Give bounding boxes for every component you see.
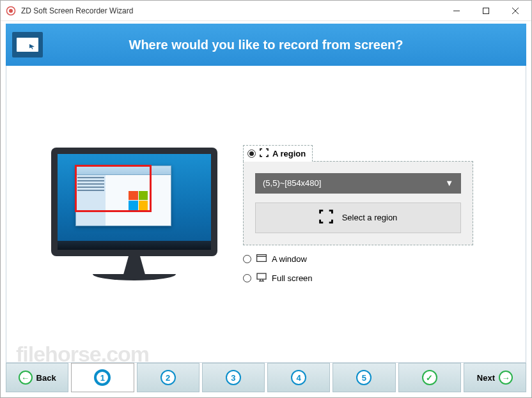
monitor-stand [115, 256, 153, 274]
step-1-button[interactable]: 1 [71, 363, 134, 392]
region-panel: (5,5)~[854x480] ▼ Select a region [243, 161, 473, 245]
close-button[interactable] [501, 1, 530, 20]
step-4-icon: 4 [291, 370, 306, 385]
select-region-button[interactable]: Select a region [255, 203, 461, 233]
monitor-base [93, 274, 176, 280]
option-region-tab[interactable]: A region [243, 145, 313, 162]
next-label: Next [477, 373, 495, 383]
check-icon: ✓ [422, 370, 437, 385]
next-arrow-icon: → [499, 371, 513, 385]
header-question: Where would you like to record from scre… [43, 38, 526, 52]
radio-fullscreen[interactable] [243, 274, 251, 282]
monitor-icon [12, 32, 43, 57]
monitor-illustration [45, 148, 224, 280]
window-title: ZD Soft Screen Recorder Wizard [21, 6, 133, 15]
step-3-icon: 3 [226, 370, 241, 385]
region-size-dropdown[interactable]: (5,5)~[854x480] ▼ [255, 173, 461, 194]
step-5-icon: 5 [356, 370, 372, 385]
minimize-button[interactable] [442, 1, 471, 20]
maximize-button[interactable] [471, 1, 501, 20]
footer-nav: ← Back 1 2 3 4 5 ✓ Next → [6, 363, 526, 392]
window-controls [442, 1, 530, 20]
next-button[interactable]: Next → [464, 363, 526, 392]
back-arrow-icon: ← [19, 371, 33, 385]
back-button[interactable]: ← Back [6, 363, 68, 392]
sample-window [75, 165, 171, 226]
radio-window[interactable] [243, 255, 251, 263]
options-panel: A region (5,5)~[854x480] ▼ Select a regi… [243, 145, 500, 284]
app-icon [6, 6, 16, 16]
svg-rect-3 [483, 8, 489, 13]
region-size-value: (5,5)~[854x480] [263, 178, 321, 188]
content-area: A region (5,5)~[854x480] ▼ Select a regi… [6, 66, 526, 363]
select-region-label: Select a region [342, 213, 398, 222]
option-fullscreen-label: Full screen [272, 273, 313, 283]
monitor-screen [51, 148, 217, 256]
option-window-label: A window [272, 254, 307, 264]
option-fullscreen-row[interactable]: Full screen [243, 273, 500, 284]
step-finish-button[interactable]: ✓ [398, 363, 461, 392]
region-crop-icon [260, 148, 269, 159]
region-crop-icon [319, 210, 333, 226]
back-label: Back [36, 373, 56, 383]
header-banner: Where would you like to record from scre… [6, 24, 526, 66]
windows-logo-icon [129, 191, 148, 210]
fullscreen-icon [256, 273, 267, 284]
window: ZD Soft Screen Recorder Wizard Where wou… [0, 0, 532, 398]
step-2-icon: 2 [160, 370, 176, 385]
option-region-label: A region [272, 149, 306, 158]
step-2-button[interactable]: 2 [137, 363, 199, 392]
svg-point-1 [9, 9, 13, 13]
window-icon [256, 254, 267, 264]
svg-rect-8 [257, 273, 266, 279]
svg-rect-6 [257, 254, 267, 261]
dropdown-caret-icon: ▼ [445, 178, 453, 188]
option-window-row[interactable]: A window [243, 254, 500, 264]
step-5-button[interactable]: 5 [332, 363, 395, 392]
titlebar: ZD Soft Screen Recorder Wizard [1, 1, 531, 21]
step-3-button[interactable]: 3 [202, 363, 265, 392]
step-1-icon: 1 [94, 369, 111, 386]
radio-region[interactable] [247, 149, 256, 158]
desktop-preview [58, 154, 211, 250]
step-4-button[interactable]: 4 [267, 363, 330, 392]
